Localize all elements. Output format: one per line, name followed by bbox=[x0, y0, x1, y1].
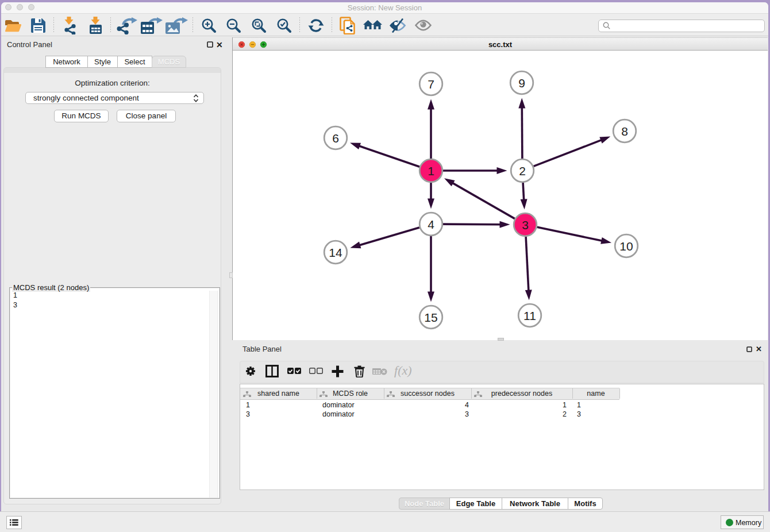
svg-text:14: 14 bbox=[329, 246, 342, 259]
svg-text:6: 6 bbox=[332, 132, 339, 145]
svg-text:1: 1 bbox=[428, 164, 434, 178]
svg-text:7: 7 bbox=[428, 78, 434, 91]
svg-text:10: 10 bbox=[619, 240, 633, 253]
svg-text:4: 4 bbox=[428, 218, 434, 231]
svg-text:15: 15 bbox=[424, 311, 437, 324]
svg-text:2: 2 bbox=[519, 164, 526, 178]
svg-text:9: 9 bbox=[518, 76, 525, 90]
svg-text:11: 11 bbox=[523, 309, 536, 322]
svg-text:8: 8 bbox=[621, 125, 628, 138]
svg-text:3: 3 bbox=[522, 218, 529, 232]
